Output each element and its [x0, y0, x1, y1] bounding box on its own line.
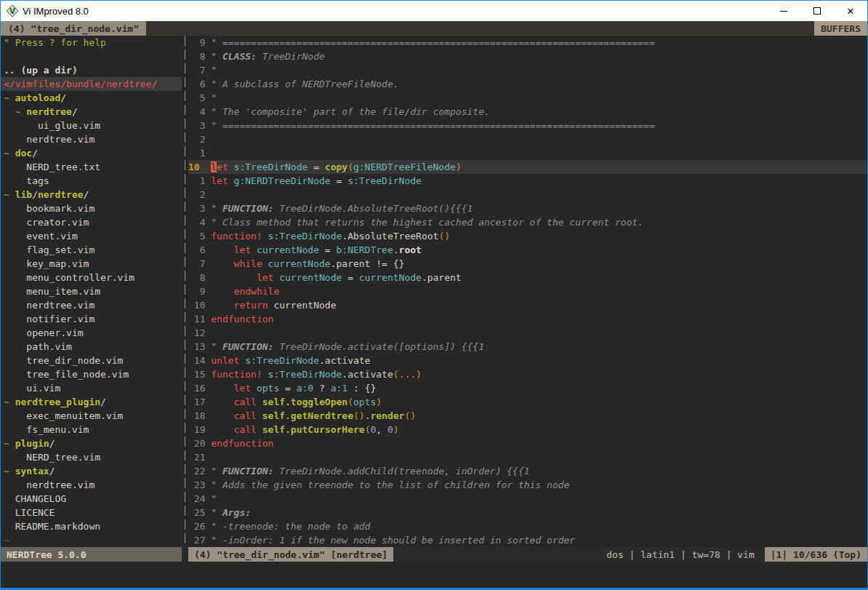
- text-segment: currentNode: [359, 272, 422, 283]
- code-line[interactable]: 12: [188, 326, 867, 340]
- line-number: 9: [188, 36, 205, 49]
- tree-item[interactable]: exec_menuitem.vim: [4, 409, 182, 423]
- tree-item[interactable]: menu_item.vim: [4, 284, 182, 298]
- code-line[interactable]: 13" FUNCTION: TreeDirNode.activate([opti…: [188, 340, 867, 354]
- tree-item[interactable]: path.vim: [4, 340, 182, 354]
- tree-item[interactable]: nerdtree.vim: [4, 298, 182, 312]
- code-line[interactable]: 7": [188, 63, 867, 77]
- tree-item[interactable]: tree_dir_node.vim: [4, 354, 182, 367]
- code-line[interactable]: 11endfunction: [188, 312, 867, 326]
- code-line[interactable]: 18 call self.getNerdtree().render(): [188, 409, 867, 423]
- tree-item[interactable]: .. (up a dir): [4, 63, 182, 77]
- code-line[interactable]: 22" FUNCTION: TreeDirNode.addChild(treen…: [188, 464, 867, 478]
- code-line[interactable]: 2: [188, 188, 867, 202]
- code-line[interactable]: 10 let s:TreeDirNode = copy(g:NERDTreeFi…: [188, 160, 867, 174]
- tree-item[interactable]: ~ nerdtree_plugin/: [4, 395, 182, 409]
- command-line[interactable]: [1, 562, 867, 588]
- code-line[interactable]: 4" Class method that returns the highest…: [188, 215, 867, 229]
- code-line[interactable]: 2: [188, 132, 867, 146]
- close-button[interactable]: ✕: [834, 1, 867, 21]
- tree-item[interactable]: notifier.vim: [4, 312, 182, 326]
- tree-item[interactable]: README.markdown: [4, 519, 182, 533]
- code-line[interactable]: 5": [188, 91, 867, 105]
- tree-item[interactable]: flag_set.vim: [4, 243, 182, 257]
- code-line[interactable]: 6 let currentNode = b:NERDTree.root: [188, 243, 867, 257]
- text-segment: self.getNerdtree: [262, 410, 353, 421]
- tree-item[interactable]: key_map.vim: [4, 257, 182, 271]
- text-segment: self.toggleOpen: [262, 396, 347, 407]
- tree-item[interactable]: ~ autoload/: [4, 91, 182, 105]
- code-line[interactable]: 8 let currentNode = currentNode.parent: [188, 271, 867, 284]
- code-line[interactable]: 3" =====================================…: [188, 119, 867, 132]
- nerdtree-panel[interactable]: " Press ? for help.. (up a dir)</vimfile…: [1, 36, 182, 547]
- code-line[interactable]: 9 endwhile: [188, 284, 867, 298]
- tree-item[interactable]: opener.vim: [4, 326, 182, 340]
- text-segment: ~: [4, 148, 15, 159]
- code-line[interactable]: 15function! s:TreeDirNode.activate(...): [188, 367, 867, 381]
- code-line[interactable]: 8" CLASS: TreeDirNode: [188, 49, 867, 63]
- code-line[interactable]: 24": [188, 492, 867, 506]
- line-number: 13: [188, 340, 205, 354]
- maximize-button[interactable]: [800, 1, 834, 21]
- tree-item[interactable]: creator.vim: [4, 215, 182, 229]
- tree-item[interactable]: </vimfiles/bundle/nerdtree/: [1, 77, 182, 91]
- code-line[interactable]: 5function! s:TreeDirNode.AbsoluteTreeRoo…: [188, 229, 867, 243]
- minimize-button[interactable]: [767, 1, 800, 21]
- line-number: 3: [188, 119, 205, 132]
- code-line[interactable]: 19 call self.putCursorHere(0, 0): [188, 423, 867, 436]
- text-segment: CLASS:: [222, 51, 257, 62]
- code-line[interactable]: 10 return currentNode: [188, 298, 867, 312]
- text-segment: ?: [313, 383, 330, 394]
- text-segment: =: [331, 175, 347, 186]
- tree-item[interactable]: LICENCE: [4, 506, 182, 519]
- tree-item[interactable]: NERD_tree.txt: [4, 160, 182, 174]
- code-line[interactable]: 1: [188, 146, 867, 160]
- code-line[interactable]: 1let g:NERDTreeDirNode = s:TreeDirNode: [188, 174, 867, 188]
- tree-item[interactable]: ~ doc/: [4, 146, 182, 160]
- code-line[interactable]: 17 call self.toggleOpen(opts): [188, 395, 867, 409]
- tree-item[interactable]: ~ syntax/: [4, 464, 182, 478]
- code-line[interactable]: 25" Args:: [188, 506, 867, 519]
- tree-item[interactable]: bookmark.vim: [4, 202, 182, 215]
- tree-item[interactable]: event.vim: [4, 229, 182, 243]
- code-line[interactable]: 20endfunction: [188, 436, 867, 450]
- text-segment: syntax: [15, 466, 49, 477]
- tree-item[interactable]: ~ plugin/: [4, 436, 182, 450]
- tree-item[interactable]: ~: [4, 533, 182, 547]
- tree-item[interactable]: menu_controller.vim: [4, 271, 182, 284]
- tree-item[interactable]: fs_menu.vim: [4, 423, 182, 436]
- code-line[interactable]: 21: [188, 450, 867, 464]
- code-line[interactable]: 16 let opts = a:0 ? a:1 : {}: [188, 381, 867, 395]
- tree-item[interactable]: tags: [4, 174, 182, 188]
- code-line[interactable]: 14unlet s:TreeDirNode.activate: [188, 354, 867, 367]
- tree-item[interactable]: ui.vim: [4, 381, 182, 395]
- code-line[interactable]: 3" FUNCTION: TreeDirNode.AbsoluteTreeRoo…: [188, 202, 867, 215]
- code-line[interactable]: 23" Adds the given treenode to the list …: [188, 478, 867, 492]
- tree-item[interactable]: ~ nerdtree/: [4, 105, 182, 119]
- tree-item[interactable]: NERD_tree.vim: [4, 450, 182, 464]
- text-segment: TreeDirNode: [257, 51, 325, 62]
- tree-item[interactable]: [4, 49, 182, 63]
- text-segment: let: [234, 244, 251, 255]
- code-panel[interactable]: 9" =====================================…: [188, 36, 867, 547]
- text-segment: ~: [4, 466, 15, 477]
- line-number: 25: [188, 506, 205, 519]
- tree-item[interactable]: tree_file_node.vim: [4, 367, 182, 381]
- window-separator[interactable]: [182, 36, 188, 547]
- tree-item[interactable]: ui_glue.vim: [4, 119, 182, 132]
- code-line[interactable]: 26" -treenode: the node to add: [188, 519, 867, 533]
- code-line[interactable]: 27" -inOrder: 1 if the new node should b…: [188, 533, 867, 547]
- tree-item[interactable]: CHANGELOG: [4, 492, 182, 506]
- tree-item[interactable]: nerdtree.vim: [4, 132, 182, 146]
- code-line[interactable]: 9" =====================================…: [188, 36, 867, 49]
- code-line[interactable]: 6" A subclass of NERDTreeFileNode.: [188, 77, 867, 91]
- tree-item[interactable]: " Press ? for help: [4, 36, 182, 49]
- tree-item[interactable]: ~ lib/nerdtree/: [4, 188, 182, 202]
- tab-active[interactable]: (4) "tree_dir_node.vim": [1, 21, 146, 36]
- code-line[interactable]: 4" The 'composite' part of the file/dir …: [188, 105, 867, 119]
- text-segment: /: [84, 189, 89, 200]
- tree-item[interactable]: nerdtree.vim: [4, 478, 182, 492]
- buffers-label[interactable]: BUFFERS: [814, 21, 867, 36]
- text-segment: bookmark.vim: [4, 203, 95, 214]
- code-line[interactable]: 7 while currentNode.parent != {}: [188, 257, 867, 271]
